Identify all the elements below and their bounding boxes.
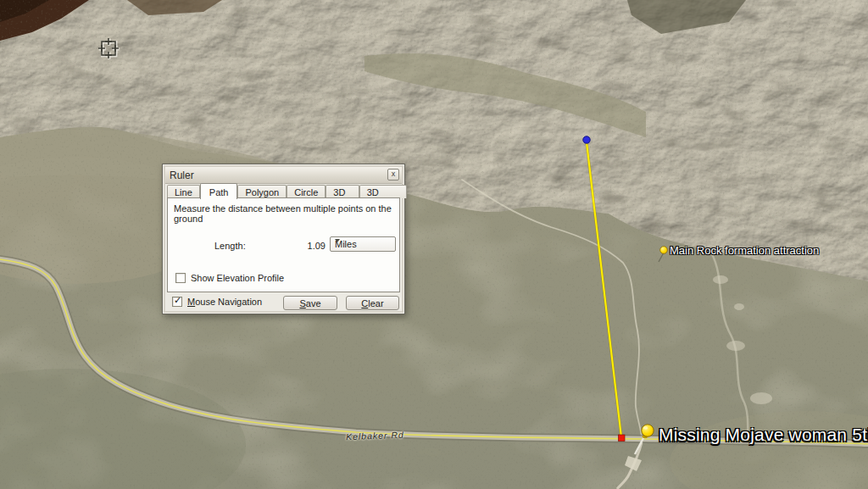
measure-description: Measure the distance between multiple po… [174, 203, 399, 224]
length-value: 1.09 [268, 241, 326, 251]
ruler-dialog-titlebar[interactable]: Ruler x [165, 167, 402, 184]
placemark-label-missing-woman[interactable]: Missing Mojave woman 5th W [659, 425, 868, 445]
length-label: Length: [214, 241, 246, 251]
placemark-label-main-rock[interactable]: Main Rock formation attraction [670, 244, 819, 257]
tab-polygon[interactable]: Polygon [237, 185, 287, 198]
checkmark-icon: ✓ [174, 295, 181, 306]
measure-end-point[interactable] [619, 435, 626, 442]
tab-panel: Measure the distance between multiple po… [167, 197, 400, 292]
ruler-dialog: Ruler x Line Path Polygon Circle 3D path… [162, 164, 405, 314]
region-select-reticle-icon [97, 36, 120, 60]
mouse-navigation-checkbox[interactable]: ✓ Mouse Navigation [172, 297, 262, 307]
google-earth-viewport[interactable]: Kelbaker Rd Main Rock formation attracti… [0, 0, 868, 489]
road-label: Kelbaker Rd [346, 430, 404, 442]
units-dropdown[interactable]: Miles [330, 236, 396, 252]
save-button[interactable]: Save [283, 296, 337, 310]
tab-3d-polygon[interactable]: 3D polygon [359, 185, 408, 198]
tab-3d-path[interactable]: 3D path [326, 185, 359, 198]
show-elevation-label: Show Elevation Profile [191, 273, 284, 283]
tab-circle[interactable]: Circle [287, 185, 326, 198]
tab-path[interactable]: Path [200, 183, 238, 199]
checkbox-checked-icon: ✓ [172, 297, 182, 307]
close-button[interactable]: x [387, 169, 399, 181]
chevron-down-icon [335, 239, 340, 242]
show-elevation-checkbox[interactable]: Show Elevation Profile [175, 273, 284, 283]
tab-line[interactable]: Line [167, 185, 200, 198]
close-icon: x [392, 169, 396, 178]
checkbox-unchecked-icon [175, 273, 186, 283]
mouse-navigation-label: Mouse Navigation [187, 297, 262, 307]
tab-strip: Line Path Polygon Circle 3D path 3D poly… [167, 182, 400, 198]
clear-button[interactable]: Clear [346, 296, 399, 310]
dialog-title: Ruler [170, 169, 194, 181]
measure-start-point[interactable] [583, 136, 590, 143]
